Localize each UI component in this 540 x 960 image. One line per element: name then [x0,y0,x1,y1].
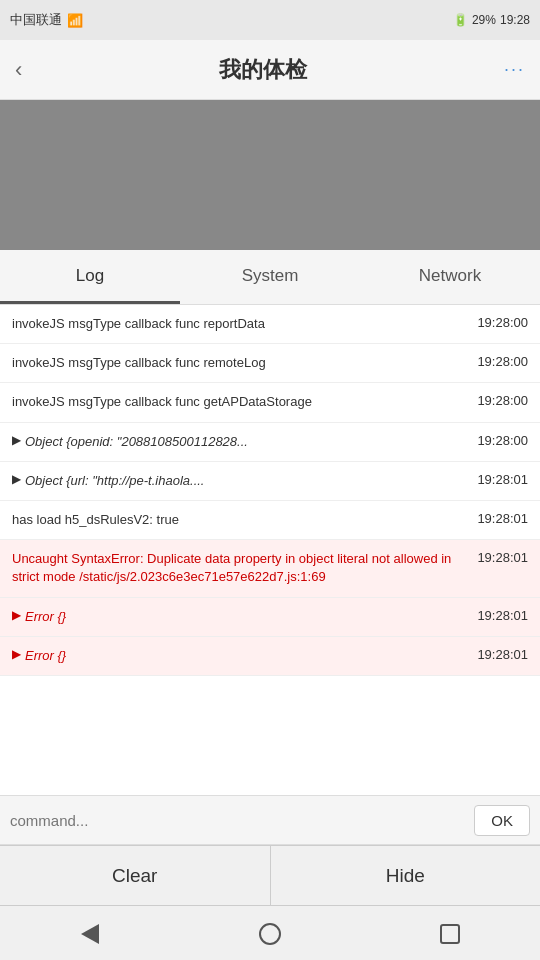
tab-system[interactable]: System [180,250,360,304]
log-text-error: Uncaught SyntaxError: Duplicate data pro… [12,550,469,586]
ok-button[interactable]: OK [474,805,530,836]
expand-arrow: ▶ [12,647,21,661]
log-time: 19:28:00 [477,354,528,369]
nav-home-icon[interactable] [259,923,281,949]
log-time: 19:28:01 [477,608,528,623]
wifi-icon: 📶 [67,13,83,28]
status-left: 中国联通 📶 [10,11,83,29]
nav-back-icon[interactable] [80,925,100,947]
log-time: 19:28:00 [477,315,528,330]
log-text: has load h5_dsRulesV2: true [12,511,469,529]
more-button[interactable]: ··· [504,59,525,80]
table-row: invokeJS msgType callback func reportDat… [0,305,540,344]
nav-recent-icon[interactable] [440,924,460,948]
bottom-buttons: Clear Hide [0,845,540,905]
log-text: Object {url: "http://pe-t.ihaola.... [25,472,469,490]
tab-log[interactable]: Log [0,250,180,304]
log-time: 19:28:01 [477,472,528,487]
log-time: 19:28:01 [477,511,528,526]
log-text-error: Error {} [25,647,469,665]
carrier-text: 中国联通 [10,11,62,29]
status-right: 🔋 29% 19:28 [453,13,530,27]
page-title: 我的体检 [219,55,307,85]
banner-area [0,100,540,250]
table-row[interactable]: ▶ Object {url: "http://pe-t.ihaola.... 1… [0,462,540,501]
hide-button[interactable]: Hide [271,846,541,905]
table-row: invokeJS msgType callback func getAPData… [0,383,540,422]
tab-network[interactable]: Network [360,250,540,304]
tab-bar: Log System Network [0,250,540,305]
command-area: OK [0,795,540,845]
battery-text: 29% [472,13,496,27]
log-text-error: Error {} [25,608,469,626]
log-time: 19:28:00 [477,433,528,448]
table-row: invokeJS msgType callback func remoteLog… [0,344,540,383]
back-button[interactable]: ‹ [15,57,22,83]
status-bar: 中国联通 📶 🔋 29% 19:28 [0,0,540,40]
table-row[interactable]: ▶ Object {openid: "2088108500112828... 1… [0,423,540,462]
log-time: 19:28:00 [477,393,528,408]
expand-arrow: ▶ [12,433,21,447]
battery-icon: 🔋 [453,13,468,27]
table-row[interactable]: ▶ Error {} 19:28:01 [0,637,540,676]
table-row: Uncaught SyntaxError: Duplicate data pro… [0,540,540,597]
time-text: 19:28 [500,13,530,27]
log-text: invokeJS msgType callback func getAPData… [12,393,469,411]
log-list: invokeJS msgType callback func reportDat… [0,305,540,795]
expand-arrow: ▶ [12,608,21,622]
clear-button[interactable]: Clear [0,846,271,905]
log-time: 19:28:01 [477,550,528,565]
command-input[interactable] [10,812,474,829]
log-text: invokeJS msgType callback func remoteLog [12,354,469,372]
nav-bar [0,905,540,960]
header: ‹ 我的体检 ··· [0,40,540,100]
log-text: Object {openid: "2088108500112828... [25,433,469,451]
table-row[interactable]: ▶ Error {} 19:28:01 [0,598,540,637]
log-time: 19:28:01 [477,647,528,662]
table-row: has load h5_dsRulesV2: true 19:28:01 [0,501,540,540]
expand-arrow: ▶ [12,472,21,486]
log-text: invokeJS msgType callback func reportDat… [12,315,469,333]
